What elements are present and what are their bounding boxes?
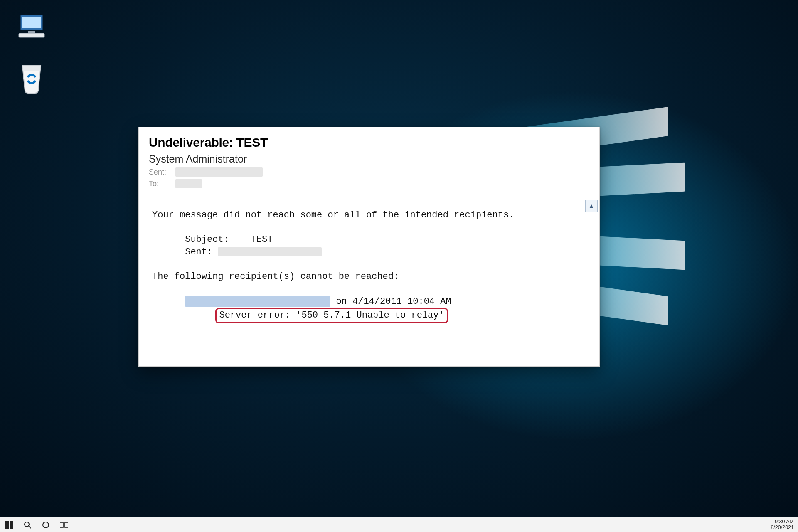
email-to-label: To:: [149, 180, 170, 188]
task-view-button[interactable]: [59, 520, 69, 530]
email-sent-label: Sent:: [149, 168, 170, 177]
svg-rect-11: [60, 522, 63, 527]
desktop-icon-recycle-bin[interactable]: [15, 62, 48, 95]
chevron-up-icon: ▲: [588, 202, 595, 210]
email-body: Your message did not reach some or all o…: [152, 209, 591, 323]
recipient-email-redacted: [185, 296, 330, 307]
desktop-icon-this-pc[interactable]: [15, 10, 48, 43]
server-error-highlight: Server error: '550 5.7.1 Unable to relay…: [215, 308, 448, 324]
svg-point-8: [25, 522, 29, 527]
scroll-up-button[interactable]: ▲: [585, 200, 598, 212]
system-tray-clock[interactable]: 9:30 AM 8/20/2021: [771, 519, 798, 530]
svg-rect-6: [5, 525, 9, 529]
search-icon: [24, 521, 31, 529]
body-sent-label: Sent:: [185, 247, 212, 257]
email-sent-value-redacted: [175, 167, 263, 177]
task-view-icon: [60, 522, 68, 528]
start-button[interactable]: [4, 520, 14, 530]
email-header: Undeliverable: TEST System Administrator…: [139, 127, 599, 193]
email-meta-sent: Sent:: [149, 167, 589, 177]
svg-rect-12: [65, 522, 68, 527]
svg-point-10: [43, 522, 49, 528]
email-subject: Undeliverable: TEST: [149, 135, 589, 150]
email-to-value-redacted: [175, 179, 202, 188]
desktop-wallpaper: Undeliverable: TEST System Administrator…: [0, 0, 798, 532]
body-subject-label: Subject:: [185, 234, 229, 245]
cortana-button[interactable]: [41, 520, 51, 530]
email-meta-to: To:: [149, 179, 589, 188]
svg-rect-5: [10, 521, 13, 525]
email-message-window: Undeliverable: TEST System Administrator…: [138, 127, 600, 367]
email-from: System Administrator: [149, 153, 589, 165]
body-subject-value: TEST: [251, 234, 273, 245]
server-error-text: Server error: '550 5.7.1 Unable to relay…: [219, 310, 444, 320]
body-sent-value-redacted: [218, 247, 322, 256]
taskbar: 9:30 AM 8/20/2021: [0, 517, 798, 532]
svg-rect-4: [5, 521, 9, 525]
svg-rect-2: [28, 31, 35, 33]
recycle-bin-icon: [18, 62, 45, 94]
body-line-intro: Your message did not reach some or all o…: [152, 210, 514, 220]
recipient-timestamp: on 4/14/2011 10:04 AM: [330, 296, 451, 307]
svg-rect-1: [22, 17, 41, 28]
svg-line-9: [29, 526, 31, 528]
svg-rect-3: [19, 33, 44, 37]
svg-rect-7: [10, 525, 13, 529]
circle-icon: [42, 521, 49, 529]
windows-logo-icon: [5, 521, 13, 529]
search-button[interactable]: [22, 520, 32, 530]
body-line-recipients: The following recipient(s) cannot be rea…: [152, 271, 399, 282]
computer-icon: [17, 13, 46, 40]
clock-time: 9:30 AM: [775, 519, 794, 525]
clock-date: 8/20/2021: [771, 525, 794, 530]
